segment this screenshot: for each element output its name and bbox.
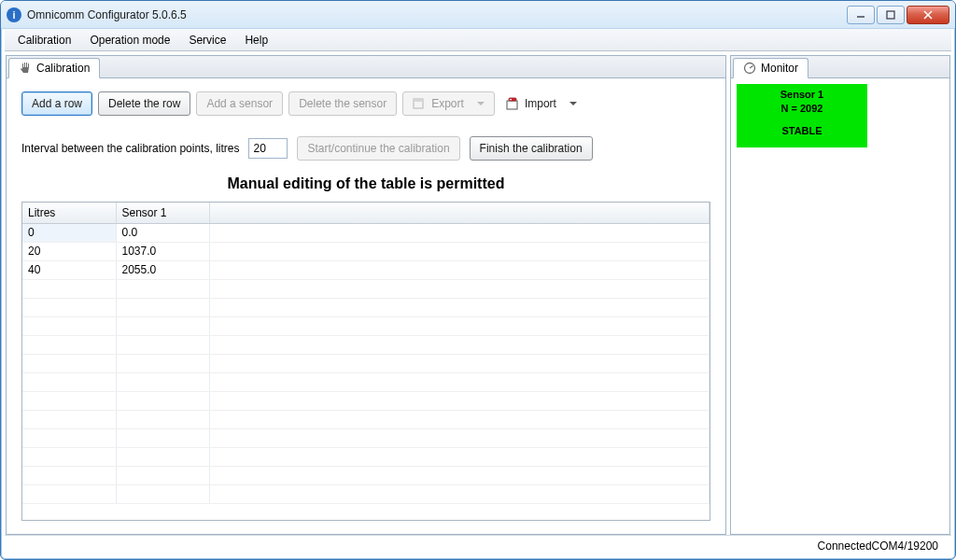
calibration-panel: Calibration Add a row Delete the row Add… bbox=[6, 55, 726, 535]
chevron-down-icon bbox=[477, 102, 485, 105]
start-continue-button: Start/continue the calibration bbox=[297, 136, 459, 161]
menu-service[interactable]: Service bbox=[179, 32, 235, 49]
svg-line-10 bbox=[750, 66, 753, 69]
sensor-n-value: N = 2092 bbox=[742, 102, 862, 116]
interval-row: Interval between the calibration points,… bbox=[21, 136, 710, 161]
close-icon bbox=[922, 9, 934, 21]
table-heading: Manual editing of the table is permitted bbox=[21, 175, 710, 192]
table-row[interactable] bbox=[22, 484, 710, 503]
menubar: Calibration Operation mode Service Help bbox=[5, 29, 951, 51]
sensor-status-box: Sensor 1 N = 2092 STABLE bbox=[737, 84, 867, 147]
table-row[interactable] bbox=[22, 298, 710, 316]
export-icon bbox=[413, 97, 426, 110]
menu-help[interactable]: Help bbox=[235, 32, 277, 49]
interval-label: Interval between the calibration points,… bbox=[21, 142, 239, 155]
finish-button[interactable]: Finish the calibration bbox=[470, 136, 593, 161]
svg-rect-8 bbox=[510, 99, 512, 100]
sensor-name: Sensor 1 bbox=[742, 88, 862, 102]
menu-operation-mode[interactable]: Operation mode bbox=[80, 32, 179, 49]
window-title: Omnicomm Configurator 5.0.6.5 bbox=[27, 8, 845, 21]
table-row[interactable] bbox=[22, 372, 710, 391]
export-button: Export bbox=[402, 91, 495, 116]
statusbar: ConnectedCOM4/19200 bbox=[5, 535, 951, 555]
maximize-button[interactable] bbox=[877, 6, 905, 24]
table-row[interactable] bbox=[22, 447, 710, 466]
col-blank-header bbox=[209, 203, 710, 223]
tab-monitor[interactable]: Monitor bbox=[733, 58, 808, 78]
monitor-icon bbox=[743, 62, 756, 75]
minimize-icon bbox=[856, 10, 865, 20]
calibration-table-wrap: Litres Sensor 1 0 0.0 bbox=[21, 202, 710, 521]
cell-blank bbox=[209, 242, 710, 260]
tab-calibration[interactable]: Calibration bbox=[8, 58, 100, 78]
delete-row-button[interactable]: Delete the row bbox=[98, 91, 190, 116]
cell-blank bbox=[209, 223, 710, 242]
col-litres-header[interactable]: Litres bbox=[22, 203, 116, 223]
cell-sensor1[interactable]: 2055.0 bbox=[116, 260, 209, 279]
calibration-content: Add a row Delete the row Add a sensor De… bbox=[7, 78, 725, 534]
calibration-toolbar: Add a row Delete the row Add a sensor De… bbox=[21, 91, 710, 116]
table-row[interactable] bbox=[22, 316, 710, 335]
hand-icon bbox=[19, 62, 32, 75]
delete-sensor-button: Delete the sensor bbox=[288, 91, 397, 116]
add-sensor-label: Add a sensor bbox=[206, 97, 273, 110]
import-button[interactable]: Import bbox=[500, 91, 583, 116]
titlebar: i Omnicomm Configurator 5.0.6.5 bbox=[1, 1, 955, 29]
start-continue-label: Start/continue the calibration bbox=[307, 142, 449, 155]
maximize-icon bbox=[886, 10, 895, 20]
finish-label: Finish the calibration bbox=[480, 142, 583, 155]
delete-sensor-label: Delete the sensor bbox=[299, 97, 387, 110]
import-icon bbox=[506, 97, 519, 110]
minimize-button[interactable] bbox=[847, 6, 875, 24]
add-sensor-button: Add a sensor bbox=[196, 91, 283, 116]
left-tabstrip: Calibration bbox=[7, 56, 725, 78]
chevron-down-icon[interactable] bbox=[569, 102, 577, 105]
cell-litres[interactable]: 0 bbox=[22, 223, 116, 242]
cell-sensor1[interactable]: 1037.0 bbox=[116, 242, 209, 260]
table-row[interactable] bbox=[22, 428, 710, 447]
monitor-content: Sensor 1 N = 2092 STABLE bbox=[731, 78, 949, 534]
monitor-panel: Monitor Sensor 1 N = 2092 STABLE bbox=[730, 55, 950, 535]
table-row[interactable]: 40 2055.0 bbox=[22, 260, 710, 279]
workarea: Calibration Add a row Delete the row Add… bbox=[1, 51, 955, 535]
connection-status: ConnectedCOM4/19200 bbox=[818, 539, 938, 553]
window-controls bbox=[845, 6, 949, 24]
table-row[interactable] bbox=[22, 279, 710, 298]
table-row[interactable]: 0 0.0 bbox=[22, 223, 710, 242]
svg-rect-6 bbox=[507, 101, 517, 109]
calibration-table[interactable]: Litres Sensor 1 0 0.0 bbox=[22, 203, 710, 504]
table-row[interactable] bbox=[22, 335, 710, 354]
svg-rect-1 bbox=[887, 11, 894, 19]
svg-rect-5 bbox=[414, 99, 423, 102]
add-row-label: Add a row bbox=[32, 97, 82, 110]
right-tabstrip: Monitor bbox=[731, 56, 949, 78]
table-row[interactable] bbox=[22, 354, 710, 372]
col-sensor1-header[interactable]: Sensor 1 bbox=[116, 203, 209, 223]
cell-litres[interactable]: 20 bbox=[22, 242, 116, 260]
table-row[interactable] bbox=[22, 410, 710, 428]
add-row-button[interactable]: Add a row bbox=[21, 91, 92, 116]
cell-litres[interactable]: 40 bbox=[22, 260, 116, 279]
info-icon: i bbox=[7, 7, 21, 22]
cell-sensor1[interactable]: 0.0 bbox=[116, 223, 209, 242]
export-label: Export bbox=[431, 97, 464, 110]
delete-row-label: Delete the row bbox=[108, 97, 180, 110]
sensor-status: STABLE bbox=[742, 124, 862, 138]
import-label: Import bbox=[525, 97, 556, 110]
tab-monitor-label: Monitor bbox=[761, 62, 798, 75]
interval-input[interactable] bbox=[248, 138, 288, 159]
close-button[interactable] bbox=[907, 6, 949, 24]
tab-calibration-label: Calibration bbox=[36, 62, 90, 75]
menu-calibration[interactable]: Calibration bbox=[8, 32, 80, 49]
table-row[interactable] bbox=[22, 391, 710, 410]
application-window: i Omnicomm Configurator 5.0.6.5 Calibrat… bbox=[0, 0, 956, 560]
table-row[interactable] bbox=[22, 466, 710, 484]
table-row[interactable]: 20 1037.0 bbox=[22, 242, 710, 260]
cell-blank bbox=[209, 260, 710, 279]
